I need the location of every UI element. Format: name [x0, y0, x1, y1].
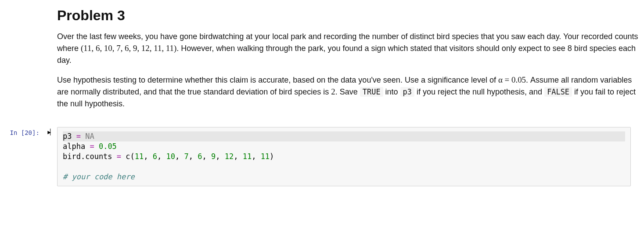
code-line-2: alpha = 0.05 — [63, 142, 117, 151]
code-editor[interactable]: p3 = NA alpha = 0.05 bird.counts = c(11,… — [57, 127, 631, 186]
input-prompt: In [20]: — [10, 129, 39, 137]
markdown-prompt — [0, 2, 57, 123]
alpha-expr: α = 0.05 — [498, 75, 526, 84]
problem-heading: Problem 3 — [57, 7, 644, 24]
paragraph-1: Over the last few weeks, you have gone b… — [57, 31, 644, 66]
paragraph-2: Use hypothesis testing to determine whet… — [57, 74, 644, 109]
counts-tuple: (11, 6, 10, 7, 6, 9, 12, 11, 11) — [81, 44, 176, 53]
code-cell: In [20]: p3 = NA alpha = 0.05 bird.count… — [0, 124, 644, 188]
code-line-5: # your code here — [63, 172, 135, 181]
sd-value: 2 — [331, 87, 335, 96]
markdown-cell: Problem 3 Over the last few weeks, you h… — [0, 0, 644, 124]
code-line-3: bird.counts = c(11, 6, 10, 7, 6, 9, 12, … — [63, 152, 274, 161]
code-prompt-area: In [20]: — [0, 126, 57, 186]
p3-var: p3 — [400, 87, 414, 97]
false-literal: FALSE — [544, 87, 572, 97]
true-literal: TRUE — [360, 87, 383, 97]
code-content: p3 = NA alpha = 0.05 bird.counts = c(11,… — [57, 126, 644, 186]
markdown-content: Problem 3 Over the last few weeks, you h… — [57, 2, 644, 123]
code-line-1: p3 = NA — [63, 131, 625, 141]
run-cell-icon[interactable] — [47, 129, 53, 136]
